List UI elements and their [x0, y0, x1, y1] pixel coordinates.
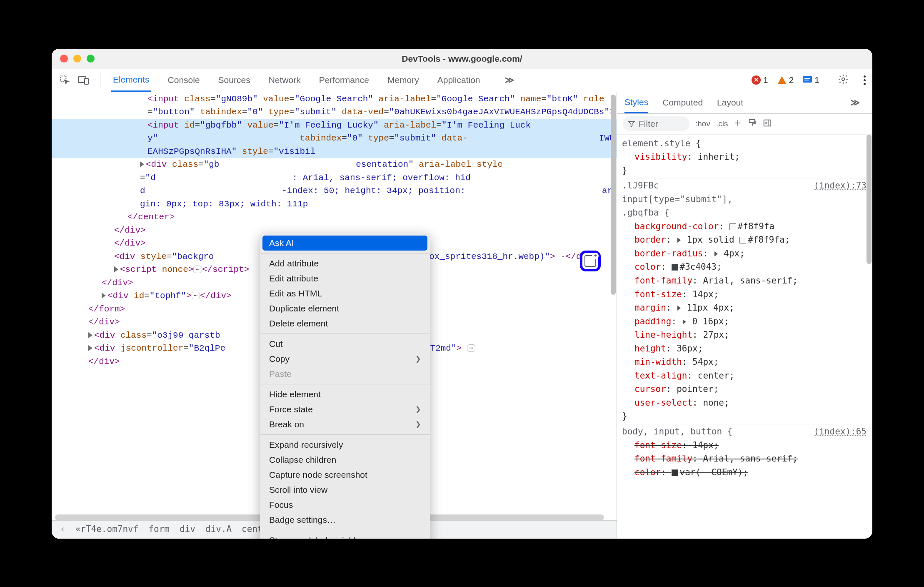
context-menu-item[interactable]: Focus	[260, 497, 430, 512]
separator	[100, 73, 100, 87]
tab-application[interactable]: Application	[436, 69, 482, 92]
more-menu-icon[interactable]	[864, 75, 866, 85]
dom-node[interactable]: <div class="gb esentation" aria-label st…	[52, 158, 617, 211]
context-menu-label: Capture node screenshot	[269, 470, 367, 480]
styles-filter-bar: Filter :hov .cls	[617, 114, 872, 135]
style-property[interactable]: padding: 0 16px;	[622, 315, 867, 329]
styles-scrollbar[interactable]	[867, 135, 872, 264]
style-property[interactable]: border-radius: 4px;	[622, 247, 867, 261]
breadcrumb-item[interactable]: «rT4e.om7nvf	[75, 523, 139, 536]
minimize-icon[interactable]	[73, 55, 81, 63]
filter-input[interactable]: Filter	[623, 116, 689, 131]
cls-toggle[interactable]: .cls	[716, 119, 728, 128]
warnings-badge[interactable]: 2	[777, 75, 794, 85]
style-property[interactable]: font-family: Arial, sans-serif;	[622, 452, 867, 466]
context-menu-item[interactable]: Cut	[260, 336, 430, 351]
context-menu-item[interactable]: Badge settings…	[260, 512, 430, 527]
context-menu-item[interactable]: Edit attribute	[260, 271, 430, 286]
inspect-element-icon[interactable]	[59, 75, 70, 85]
ask-ai-button[interactable]	[580, 251, 601, 271]
main-toolbar: Elements Console Sources Network Perform…	[52, 69, 872, 92]
tabs-overflow-icon[interactable]: ≫	[505, 75, 514, 85]
tab-layout[interactable]: Layout	[717, 92, 743, 113]
tab-computed[interactable]: Computed	[662, 92, 703, 113]
zoom-icon[interactable]	[87, 55, 95, 63]
context-menu-label: Copy	[269, 354, 290, 364]
svg-rect-10	[764, 120, 771, 126]
tab-memory[interactable]: Memory	[386, 69, 421, 92]
context-menu-label: Edit attribute	[269, 273, 318, 283]
style-property[interactable]: font-family: Arial, sans-serif;	[622, 274, 867, 288]
dom-node[interactable]: </center>	[52, 211, 617, 224]
hov-toggle[interactable]: :hov	[695, 119, 710, 128]
dom-node[interactable]: <input class="gNO89b" value="Google Sear…	[52, 93, 617, 119]
style-property[interactable]: height: 36px;	[622, 342, 867, 356]
style-property[interactable]: font-size: 14px;	[622, 288, 867, 301]
breadcrumb-item[interactable]: form	[148, 523, 170, 536]
style-property[interactable]: cursor: pointer;	[622, 382, 867, 396]
context-menu-label: Duplicate element	[269, 304, 339, 314]
context-menu-label: Store as global variable	[269, 535, 360, 539]
context-menu-item[interactable]: Edit as HTML	[260, 286, 430, 301]
panel-tabs: Elements Console Sources Network Perform…	[111, 69, 519, 92]
context-menu-item[interactable]: Duplicate element	[260, 301, 430, 316]
style-property[interactable]: font-size: 14px;	[622, 439, 867, 452]
style-property[interactable]: user-select: none;	[622, 396, 867, 410]
style-property[interactable]: border: 1px solid #f8f9fa;	[622, 233, 867, 247]
context-menu-label: Badge settings…	[269, 515, 336, 525]
context-menu-separator	[260, 530, 430, 530]
style-property[interactable]: margin: 11px 4px;	[622, 301, 867, 315]
errors-badge[interactable]: ✕ 1	[752, 75, 768, 85]
device-toolbar-icon[interactable]	[77, 75, 89, 85]
style-property[interactable]: color: #3c4043;	[622, 260, 867, 274]
context-menu-item[interactable]: Capture node screenshot	[260, 467, 430, 482]
vertical-scrollbar[interactable]	[611, 95, 616, 295]
style-property[interactable]: color: var(--COEmY);	[622, 466, 867, 479]
context-menu-separator	[260, 384, 430, 384]
warning-icon	[777, 76, 787, 84]
style-property[interactable]: background-color: #f8f9fa	[622, 220, 867, 233]
toggle-sidebar-icon[interactable]	[763, 118, 772, 130]
context-menu-item[interactable]: Store as global variable	[260, 533, 430, 539]
context-menu-item[interactable]: Add attribute	[260, 256, 430, 271]
style-property[interactable]: text-align: center;	[622, 369, 867, 383]
context-menu-item[interactable]: Copy❯	[260, 351, 430, 366]
ask-ai-icon	[584, 255, 596, 267]
style-rule[interactable]: (index):73 .lJ9FBc input[type="submit"],…	[621, 178, 872, 424]
context-menu-separator	[260, 334, 430, 334]
style-property[interactable]: line-height: 27px;	[622, 328, 867, 342]
tab-console[interactable]: Console	[166, 69, 202, 92]
tab-performance[interactable]: Performance	[317, 69, 371, 92]
messages-badge[interactable]: 1	[803, 75, 819, 85]
breadcrumb-prev-icon[interactable]: ‹	[60, 523, 65, 536]
context-menu-item[interactable]: Expand recursively	[260, 437, 430, 452]
style-property[interactable]: visibility: inherit;	[622, 150, 867, 164]
main-area: <input class="gNO89b" value="Google Sear…	[52, 92, 872, 539]
dom-node-selected[interactable]: <input id="gbqfbb" value="I'm Feeling Lu…	[52, 119, 617, 158]
tab-elements[interactable]: Elements	[111, 69, 151, 92]
context-menu-item[interactable]: Scroll into view	[260, 482, 430, 497]
breadcrumb-item[interactable]: div.A	[205, 523, 232, 536]
settings-gear-icon[interactable]	[838, 74, 849, 87]
close-icon[interactable]	[60, 55, 68, 63]
titlebar: DevTools - www.google.com/	[52, 49, 872, 69]
tab-network[interactable]: Network	[267, 69, 302, 92]
context-menu-item[interactable]: Ask AI	[262, 236, 427, 251]
source-link[interactable]: (index):73	[814, 179, 867, 193]
new-style-rule-icon[interactable]	[734, 119, 742, 129]
paint-icon[interactable]	[748, 118, 757, 130]
tab-styles[interactable]: Styles	[624, 92, 648, 113]
style-rule[interactable]: (index):65 body, input, button { font-si…	[621, 424, 872, 480]
styles-tabs-overflow-icon[interactable]: ≫	[851, 98, 860, 108]
styles-body[interactable]: element.style { visibility: inherit; } (…	[617, 135, 872, 539]
context-menu-item[interactable]: Hide element	[260, 387, 430, 402]
style-rule[interactable]: element.style { visibility: inherit; }	[621, 136, 872, 179]
context-menu-item[interactable]: Force state❯	[260, 402, 430, 417]
context-menu-item[interactable]: Collapse children	[260, 452, 430, 467]
tab-sources[interactable]: Sources	[217, 69, 252, 92]
style-property[interactable]: min-width: 54px;	[622, 355, 867, 369]
context-menu-item[interactable]: Delete element	[260, 316, 430, 331]
breadcrumb-item[interactable]: div	[180, 523, 195, 536]
source-link[interactable]: (index):65	[814, 425, 867, 439]
context-menu-item[interactable]: Break on❯	[260, 417, 430, 432]
